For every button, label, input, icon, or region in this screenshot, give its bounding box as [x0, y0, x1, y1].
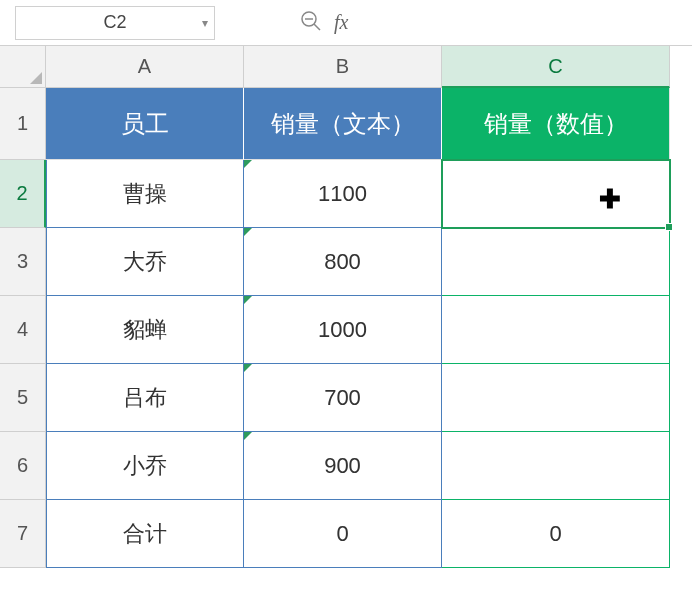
cell-B4[interactable]: 1000	[244, 296, 442, 364]
svg-line-1	[314, 24, 320, 30]
cell-cursor-icon: ✚	[599, 184, 621, 215]
cell-C2[interactable]: ✚	[442, 160, 670, 228]
name-box[interactable]: C2 ▾	[15, 6, 215, 40]
cell-A3[interactable]: 大乔	[46, 228, 244, 296]
row-header-4[interactable]: 4	[0, 296, 46, 364]
cell-C7[interactable]: 0	[442, 500, 670, 568]
cell-A2[interactable]: 曹操	[46, 160, 244, 228]
cell-B3[interactable]: 800	[244, 228, 442, 296]
cell-A5[interactable]: 吕布	[46, 364, 244, 432]
fx-icon[interactable]: fx	[334, 11, 348, 34]
column-header-c[interactable]: C	[442, 46, 670, 88]
cell-A6[interactable]: 小乔	[46, 432, 244, 500]
fill-handle[interactable]	[665, 223, 673, 231]
formula-input[interactable]	[358, 6, 682, 40]
cell-A4[interactable]: 貂蝉	[46, 296, 244, 364]
row-header-3[interactable]: 3	[0, 228, 46, 296]
column-header-a[interactable]: A	[46, 46, 244, 88]
row-header-6[interactable]: 6	[0, 432, 46, 500]
column-headers: ABC	[46, 46, 670, 88]
cell-B6[interactable]: 900	[244, 432, 442, 500]
row-header-2[interactable]: 2	[0, 160, 46, 228]
cell-A1[interactable]: 员工	[46, 88, 244, 160]
row-headers: 1234567	[0, 88, 46, 568]
formula-bar: C2 ▾ fx	[0, 0, 692, 46]
cell-C5[interactable]	[442, 364, 670, 432]
row-header-5[interactable]: 5	[0, 364, 46, 432]
chevron-down-icon[interactable]: ▾	[202, 16, 208, 30]
row-header-7[interactable]: 7	[0, 500, 46, 568]
column-header-b[interactable]: B	[244, 46, 442, 88]
cell-C4[interactable]	[442, 296, 670, 364]
cell-C3[interactable]	[442, 228, 670, 296]
cell-B2[interactable]: 1100	[244, 160, 442, 228]
name-box-value: C2	[103, 12, 126, 33]
cells-area: 员工销量（文本）销量（数值）曹操1100✚大乔800貂蝉1000吕布700小乔9…	[46, 88, 670, 568]
cell-B7[interactable]: 0	[244, 500, 442, 568]
cell-C1[interactable]: 销量（数值）	[442, 88, 670, 160]
row-header-1[interactable]: 1	[0, 88, 46, 160]
cell-B5[interactable]: 700	[244, 364, 442, 432]
select-all-corner[interactable]	[0, 46, 46, 88]
cell-B1[interactable]: 销量（文本）	[244, 88, 442, 160]
cell-C6[interactable]	[442, 432, 670, 500]
cell-A7[interactable]: 合计	[46, 500, 244, 568]
zoom-out-icon[interactable]	[300, 10, 322, 36]
